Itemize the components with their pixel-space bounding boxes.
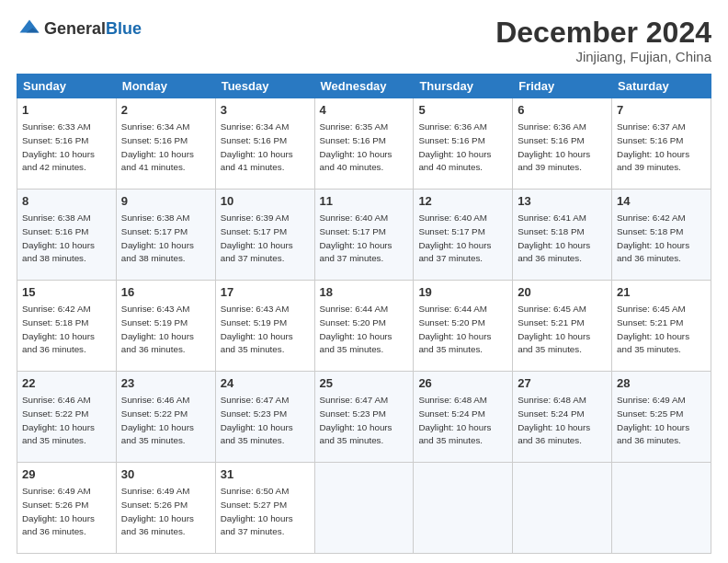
day-info: Sunrise: 6:38 AMSunset: 5:16 PMDaylight:…	[22, 213, 95, 263]
calendar-cell	[414, 463, 513, 554]
calendar-cell: 29 Sunrise: 6:49 AMSunset: 5:26 PMDaylig…	[17, 463, 117, 554]
calendar-cell: 30 Sunrise: 6:49 AMSunset: 5:26 PMDaylig…	[116, 463, 215, 554]
day-number: 21	[617, 284, 706, 301]
calendar-page: General Blue December 2024 Jinjiang, Fuj…	[0, 0, 728, 563]
header-monday: Monday	[116, 75, 215, 98]
day-info: Sunrise: 6:45 AMSunset: 5:21 PMDaylight:…	[617, 304, 689, 354]
week-row-3: 15 Sunrise: 6:42 AMSunset: 5:18 PMDaylig…	[17, 281, 711, 372]
week-row-5: 29 Sunrise: 6:49 AMSunset: 5:26 PMDaylig…	[17, 463, 711, 554]
calendar-cell: 4 Sunrise: 6:35 AMSunset: 5:16 PMDayligh…	[314, 98, 414, 190]
calendar-table: Sunday Monday Tuesday Wednesday Thursday…	[17, 74, 711, 554]
day-number: 10	[221, 193, 310, 210]
day-number: 11	[320, 193, 409, 210]
day-number: 2	[121, 102, 210, 119]
day-number: 29	[22, 466, 111, 483]
day-number: 25	[320, 375, 409, 392]
day-info: Sunrise: 6:45 AMSunset: 5:21 PMDaylight:…	[518, 304, 590, 354]
calendar-cell: 25 Sunrise: 6:47 AMSunset: 5:23 PMDaylig…	[314, 372, 414, 463]
day-number: 17	[221, 284, 310, 301]
calendar-cell: 16 Sunrise: 6:43 AMSunset: 5:19 PMDaylig…	[116, 281, 215, 372]
day-info: Sunrise: 6:36 AMSunset: 5:16 PMDaylight:…	[418, 121, 491, 172]
week-row-2: 8 Sunrise: 6:38 AMSunset: 5:16 PMDayligh…	[17, 190, 711, 281]
day-number: 12	[418, 193, 507, 210]
calendar-cell: 1 Sunrise: 6:33 AMSunset: 5:16 PMDayligh…	[17, 98, 117, 190]
day-number: 16	[121, 284, 210, 301]
calendar-cell: 3 Sunrise: 6:34 AMSunset: 5:16 PMDayligh…	[215, 98, 314, 190]
day-info: Sunrise: 6:50 AMSunset: 5:27 PMDaylight:…	[221, 486, 293, 536]
day-number: 14	[617, 193, 706, 210]
header-friday: Friday	[513, 75, 612, 98]
day-info: Sunrise: 6:42 AMSunset: 5:18 PMDaylight:…	[617, 213, 689, 263]
calendar-cell: 20 Sunrise: 6:45 AMSunset: 5:21 PMDaylig…	[513, 281, 612, 372]
calendar-cell: 7 Sunrise: 6:37 AMSunset: 5:16 PMDayligh…	[612, 98, 711, 190]
day-number: 28	[617, 375, 706, 392]
day-number: 19	[418, 284, 507, 301]
day-number: 23	[121, 375, 210, 392]
calendar-cell: 6 Sunrise: 6:36 AMSunset: 5:16 PMDayligh…	[513, 98, 612, 190]
day-number: 6	[518, 102, 607, 119]
logo-icon	[17, 17, 42, 42]
logo-text: General Blue	[44, 20, 142, 39]
day-number: 18	[320, 284, 409, 301]
calendar-cell: 31 Sunrise: 6:50 AMSunset: 5:27 PMDaylig…	[215, 463, 314, 554]
logo-blue: Blue	[106, 20, 142, 39]
day-info: Sunrise: 6:40 AMSunset: 5:17 PMDaylight:…	[320, 213, 392, 263]
calendar-cell: 11 Sunrise: 6:40 AMSunset: 5:17 PMDaylig…	[314, 190, 414, 281]
header-saturday: Saturday	[612, 75, 711, 98]
day-info: Sunrise: 6:49 AMSunset: 5:26 PMDaylight:…	[22, 486, 95, 536]
day-info: Sunrise: 6:43 AMSunset: 5:19 PMDaylight:…	[121, 304, 194, 354]
calendar-cell: 23 Sunrise: 6:46 AMSunset: 5:22 PMDaylig…	[116, 372, 215, 463]
day-number: 15	[22, 284, 111, 301]
month-year: December 2024	[495, 17, 711, 49]
calendar-cell	[513, 463, 612, 554]
title-block: December 2024 Jinjiang, Fujian, China	[495, 17, 711, 64]
day-info: Sunrise: 6:46 AMSunset: 5:22 PMDaylight:…	[22, 395, 95, 445]
day-info: Sunrise: 6:47 AMSunset: 5:23 PMDaylight:…	[221, 395, 293, 445]
day-info: Sunrise: 6:33 AMSunset: 5:16 PMDaylight:…	[22, 121, 95, 172]
header-tuesday: Tuesday	[215, 75, 314, 98]
day-info: Sunrise: 6:40 AMSunset: 5:17 PMDaylight:…	[418, 213, 491, 263]
day-number: 13	[518, 193, 607, 210]
calendar-cell	[314, 463, 414, 554]
calendar-cell	[612, 463, 711, 554]
calendar-cell: 12 Sunrise: 6:40 AMSunset: 5:17 PMDaylig…	[414, 190, 513, 281]
calendar-cell: 9 Sunrise: 6:38 AMSunset: 5:17 PMDayligh…	[116, 190, 215, 281]
day-number: 9	[121, 193, 210, 210]
day-info: Sunrise: 6:44 AMSunset: 5:20 PMDaylight:…	[320, 304, 392, 354]
weekday-header-row: Sunday Monday Tuesday Wednesday Thursday…	[17, 75, 711, 98]
week-row-4: 22 Sunrise: 6:46 AMSunset: 5:22 PMDaylig…	[17, 372, 711, 463]
day-info: Sunrise: 6:39 AMSunset: 5:17 PMDaylight:…	[221, 213, 293, 263]
day-info: Sunrise: 6:37 AMSunset: 5:16 PMDaylight:…	[617, 121, 689, 172]
calendar-cell: 13 Sunrise: 6:41 AMSunset: 5:18 PMDaylig…	[513, 190, 612, 281]
day-info: Sunrise: 6:42 AMSunset: 5:18 PMDaylight:…	[22, 304, 95, 354]
calendar-cell: 14 Sunrise: 6:42 AMSunset: 5:18 PMDaylig…	[612, 190, 711, 281]
calendar-cell: 27 Sunrise: 6:48 AMSunset: 5:24 PMDaylig…	[513, 372, 612, 463]
week-row-1: 1 Sunrise: 6:33 AMSunset: 5:16 PMDayligh…	[17, 98, 711, 190]
location: Jinjiang, Fujian, China	[495, 49, 711, 64]
calendar-cell: 28 Sunrise: 6:49 AMSunset: 5:25 PMDaylig…	[612, 372, 711, 463]
calendar-cell: 26 Sunrise: 6:48 AMSunset: 5:24 PMDaylig…	[414, 372, 513, 463]
calendar-cell: 2 Sunrise: 6:34 AMSunset: 5:16 PMDayligh…	[116, 98, 215, 190]
header-sunday: Sunday	[17, 75, 117, 98]
day-info: Sunrise: 6:43 AMSunset: 5:19 PMDaylight:…	[221, 304, 293, 354]
day-info: Sunrise: 6:35 AMSunset: 5:16 PMDaylight:…	[320, 121, 392, 172]
logo: General Blue	[17, 17, 142, 42]
calendar-cell: 10 Sunrise: 6:39 AMSunset: 5:17 PMDaylig…	[215, 190, 314, 281]
day-number: 22	[22, 375, 111, 392]
calendar-cell: 8 Sunrise: 6:38 AMSunset: 5:16 PMDayligh…	[17, 190, 117, 281]
calendar-cell: 21 Sunrise: 6:45 AMSunset: 5:21 PMDaylig…	[612, 281, 711, 372]
day-info: Sunrise: 6:34 AMSunset: 5:16 PMDaylight:…	[121, 121, 194, 172]
day-info: Sunrise: 6:41 AMSunset: 5:18 PMDaylight:…	[518, 213, 590, 263]
calendar-cell: 19 Sunrise: 6:44 AMSunset: 5:20 PMDaylig…	[414, 281, 513, 372]
day-info: Sunrise: 6:48 AMSunset: 5:24 PMDaylight:…	[518, 395, 590, 445]
calendar-cell: 5 Sunrise: 6:36 AMSunset: 5:16 PMDayligh…	[414, 98, 513, 190]
header: General Blue December 2024 Jinjiang, Fuj…	[17, 17, 711, 64]
calendar-cell: 15 Sunrise: 6:42 AMSunset: 5:18 PMDaylig…	[17, 281, 117, 372]
day-number: 31	[221, 466, 310, 483]
day-number: 4	[320, 102, 409, 119]
day-number: 8	[22, 193, 111, 210]
day-info: Sunrise: 6:49 AMSunset: 5:25 PMDaylight:…	[617, 395, 689, 445]
calendar-cell: 18 Sunrise: 6:44 AMSunset: 5:20 PMDaylig…	[314, 281, 414, 372]
day-number: 26	[418, 375, 507, 392]
calendar-cell: 17 Sunrise: 6:43 AMSunset: 5:19 PMDaylig…	[215, 281, 314, 372]
